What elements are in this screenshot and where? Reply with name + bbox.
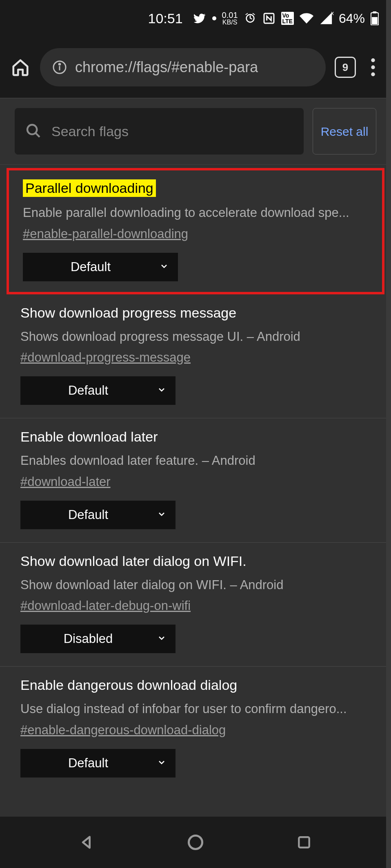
status-bar: 10:51 0.01 KB/S VoLTE x 64% bbox=[0, 0, 391, 37]
chevron-down-icon bbox=[157, 383, 167, 398]
flag-anchor-link[interactable]: #enable-parallel-downloading bbox=[23, 227, 188, 241]
chevron-down-icon bbox=[157, 756, 167, 771]
overflow-menu-button[interactable] bbox=[365, 57, 381, 78]
flag-description: Enables download later feature. – Androi… bbox=[20, 451, 371, 470]
home-button[interactable] bbox=[10, 57, 31, 78]
flag-title: Enable dangerous download dialog bbox=[20, 677, 237, 693]
volte-icon: VoLTE bbox=[281, 12, 294, 25]
svg-point-8 bbox=[371, 58, 375, 62]
svg-rect-3 bbox=[373, 11, 376, 13]
status-time: 10:51 bbox=[148, 11, 183, 27]
flag-title: Parallel downloading bbox=[23, 179, 156, 197]
flag-description: Enable parallel downloading to accelerat… bbox=[23, 203, 368, 223]
search-icon bbox=[25, 123, 42, 140]
svg-point-9 bbox=[371, 65, 375, 69]
svg-marker-13 bbox=[83, 837, 90, 848]
flag-item: Enable download later Enables download l… bbox=[0, 418, 391, 543]
flag-list: Parallel downloading Enable parallel dow… bbox=[0, 168, 391, 791]
flag-description: Use dialog instead of infobar for user t… bbox=[20, 700, 371, 719]
address-bar[interactable]: chrome://flags/#enable-para bbox=[40, 48, 326, 86]
search-row: Reset all bbox=[0, 98, 391, 165]
svg-point-10 bbox=[371, 73, 375, 76]
home-nav-button[interactable] bbox=[182, 829, 209, 855]
flag-select[interactable]: Default bbox=[23, 253, 178, 281]
svg-point-11 bbox=[27, 125, 37, 134]
flag-item: Enable dangerous download dialog Use dia… bbox=[0, 667, 391, 791]
flag-select[interactable]: Disabled bbox=[20, 625, 176, 653]
flag-title: Enable download later bbox=[20, 429, 158, 445]
svg-rect-4 bbox=[372, 17, 378, 24]
flag-anchor-link[interactable]: #download-progress-message bbox=[20, 350, 191, 365]
dot-icon bbox=[212, 16, 216, 20]
twitter-icon bbox=[193, 11, 207, 25]
battery-percent: 64% bbox=[339, 11, 365, 26]
search-input[interactable] bbox=[51, 124, 293, 139]
flag-anchor-link[interactable]: #download-later bbox=[20, 475, 111, 489]
system-nav-bar bbox=[0, 817, 391, 868]
svg-line-12 bbox=[36, 133, 40, 137]
frame-edge bbox=[386, 0, 391, 868]
flag-select[interactable]: Default bbox=[20, 376, 176, 405]
flags-page: Reset all Parallel downloading Enable pa… bbox=[0, 98, 391, 817]
flag-select[interactable]: Default bbox=[20, 749, 176, 777]
signal-icon: x bbox=[319, 11, 333, 25]
svg-point-14 bbox=[189, 836, 202, 849]
flag-item: Parallel downloading Enable parallel dow… bbox=[7, 168, 384, 294]
flag-anchor-link[interactable]: #enable-dangerous-download-dialog bbox=[20, 723, 226, 738]
recents-button[interactable] bbox=[291, 829, 317, 855]
flag-select[interactable]: Default bbox=[20, 501, 176, 529]
flag-item: Show download later dialog on WIFI. Show… bbox=[0, 543, 391, 667]
flag-item: Show download progress message Shows dow… bbox=[0, 294, 391, 419]
chevron-down-icon bbox=[157, 508, 167, 522]
network-speed: 0.01 KB/S bbox=[222, 11, 238, 26]
nfc-icon bbox=[262, 12, 275, 25]
flag-title: Show download progress message bbox=[20, 305, 236, 321]
flag-anchor-link[interactable]: #download-later-debug-on-wifi bbox=[20, 599, 191, 613]
search-box[interactable] bbox=[15, 108, 304, 155]
svg-point-0 bbox=[212, 16, 216, 20]
url-text: chrome://flags/#enable-para bbox=[75, 59, 258, 76]
flag-description: Shows download progress message UI. – An… bbox=[20, 327, 371, 347]
flag-title: Show download later dialog on WIFI. bbox=[20, 553, 247, 569]
wifi-icon bbox=[300, 11, 313, 25]
battery-icon bbox=[371, 11, 379, 25]
back-button[interactable] bbox=[74, 829, 100, 855]
site-info-icon[interactable] bbox=[51, 59, 68, 75]
chevron-down-icon bbox=[157, 632, 167, 646]
reset-all-button[interactable]: Reset all bbox=[313, 108, 376, 155]
browser-toolbar: chrome://flags/#enable-para 9 bbox=[0, 37, 391, 98]
svg-rect-15 bbox=[299, 837, 309, 847]
chevron-down-icon bbox=[159, 260, 169, 274]
svg-point-7 bbox=[59, 64, 60, 65]
tabs-button[interactable]: 9 bbox=[335, 57, 356, 78]
flag-description: Show download later dialog on WIFI. – An… bbox=[20, 576, 371, 595]
alarm-icon bbox=[244, 12, 257, 25]
